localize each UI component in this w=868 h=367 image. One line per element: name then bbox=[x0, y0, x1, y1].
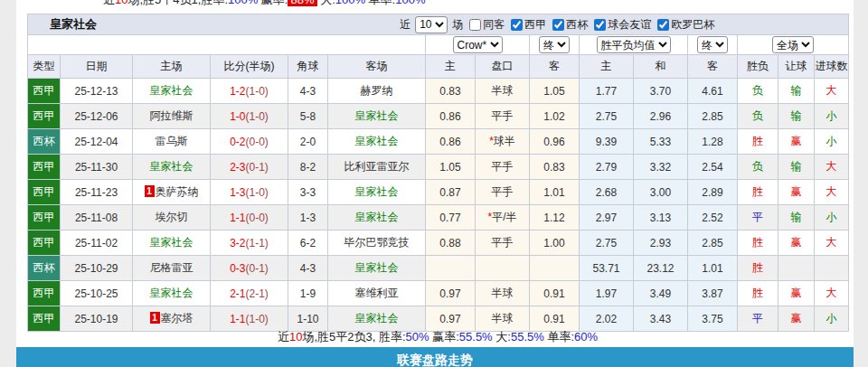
score: 1-1(0-0) bbox=[211, 205, 288, 231]
score: 1-0(1-0) bbox=[211, 104, 288, 129]
asian-away-odds: 1.01 bbox=[530, 180, 580, 205]
euro-time-select[interactable]: 终 bbox=[697, 36, 728, 53]
euro-away-odds: 4.61 bbox=[688, 79, 738, 104]
handicap-result: 赢 bbox=[778, 306, 815, 332]
match-date: 25-11-30 bbox=[61, 155, 133, 180]
league-filter-laliga[interactable]: 西甲 bbox=[507, 17, 546, 33]
handicap-result: 输 bbox=[778, 79, 815, 104]
laliga-label: 西甲 bbox=[524, 17, 546, 33]
column-header-row: 类型 日期 主场 比分(半场) 角球 客场 主 盘口 客 主 和 客 胜负 让球… bbox=[28, 55, 849, 79]
col-date: 日期 bbox=[61, 55, 133, 79]
euro-draw-odds: 2.96 bbox=[634, 104, 688, 129]
match-result: 胜 bbox=[738, 180, 778, 205]
match-date: 25-10-29 bbox=[61, 256, 133, 281]
asian-handicap-line: 半球 bbox=[476, 281, 530, 306]
euro-home-odds: 53.71 bbox=[580, 256, 634, 281]
league-type-badge: 西杯 bbox=[28, 256, 61, 281]
panel-header-band: 皇家社会 近 10 场 同客 bbox=[28, 14, 849, 35]
league-type-badge: 西甲 bbox=[28, 79, 61, 104]
league-type-badge: 西甲 bbox=[28, 306, 61, 332]
league-filter-friendly[interactable]: 球会友谊 bbox=[590, 17, 651, 33]
panel-team-name: 皇家社会 bbox=[50, 16, 97, 33]
asian-home-odds: 0.87 bbox=[426, 180, 476, 205]
asian-away-odds: 0.96 bbox=[530, 129, 580, 155]
laliga-checkbox[interactable] bbox=[511, 19, 523, 31]
goals-result: 大 bbox=[815, 281, 849, 306]
goals-result: 大 bbox=[815, 231, 849, 256]
match-date: 25-10-19 bbox=[61, 306, 133, 332]
controls-spacer bbox=[28, 35, 426, 55]
league-type-badge: 西甲 bbox=[28, 104, 61, 129]
friendly-checkbox[interactable] bbox=[594, 19, 606, 31]
score: 2-1(2-1) bbox=[211, 281, 288, 306]
home-team: 1塞尔塔 bbox=[133, 306, 211, 332]
asian-home-odds: 0.88 bbox=[426, 231, 476, 256]
match-result: 胜 bbox=[738, 129, 778, 155]
col-handicap: 盘口 bbox=[476, 55, 530, 79]
match-date: 25-12-04 bbox=[61, 129, 133, 155]
table-row: 西甲 25-12-13 皇家社会 1-2(1-0) 4-3 赫罗纳 0.83 半… bbox=[28, 79, 849, 104]
asian-home-odds: 0.97 bbox=[426, 306, 476, 332]
col-type: 类型 bbox=[28, 55, 61, 79]
away-team: 毕尔巴鄂竞技 bbox=[328, 231, 426, 256]
asian-handicap-line: *球半 bbox=[476, 129, 530, 155]
away-team: 赫罗纳 bbox=[328, 79, 426, 104]
matches-tbody: 西甲 25-12-13 皇家社会 1-2(1-0) 4-3 赫罗纳 0.83 半… bbox=[28, 79, 849, 332]
col-result: 胜负 bbox=[738, 55, 778, 79]
euro-draw-odds: 3.43 bbox=[634, 306, 688, 332]
bookmaker-select[interactable]: Crow* bbox=[453, 36, 503, 53]
league-filter-copa[interactable]: 西杯 bbox=[549, 17, 588, 33]
score: 0-3(0-1) bbox=[211, 256, 288, 281]
asian-home-odds: 0.86 bbox=[426, 129, 476, 155]
home-team: 雷乌斯 bbox=[133, 129, 211, 155]
match-date: 25-11-02 bbox=[61, 231, 133, 256]
home-team: 1奥萨苏纳 bbox=[133, 180, 211, 205]
score: 1-3(1-0) bbox=[211, 180, 288, 205]
asian-away-odds: 0.91 bbox=[530, 306, 580, 332]
same-venue-label: 同客 bbox=[483, 17, 505, 33]
home-team: 皇家社会 bbox=[133, 231, 211, 256]
score: 0-2(0-0) bbox=[211, 129, 288, 155]
match-date: 25-10-25 bbox=[61, 281, 133, 306]
same-venue-checkbox[interactable] bbox=[469, 19, 481, 31]
table-row: 西杯 25-10-29 尼格雷亚 0-3(0-1) 4-3 皇家社会 53.71… bbox=[28, 256, 849, 281]
match-result: 平 bbox=[738, 306, 778, 332]
asian-time-select[interactable]: 终 bbox=[539, 36, 570, 53]
euro-away-odds: 2.54 bbox=[688, 155, 738, 180]
col-asian-home: 主 bbox=[426, 55, 476, 79]
col-handicap-result: 让球 bbox=[778, 55, 815, 79]
scope-select[interactable]: 全场 bbox=[772, 36, 814, 53]
copa-label: 西杯 bbox=[566, 17, 588, 33]
euro-draw-odds: 5.33 bbox=[634, 129, 688, 155]
league-trend-title: 联赛盘路走势 bbox=[397, 353, 473, 367]
league-type-badge: 西甲 bbox=[28, 205, 61, 231]
league-type-badge: 西杯 bbox=[28, 129, 61, 155]
euro-draw-odds: 3.32 bbox=[634, 155, 688, 180]
recent-count-select[interactable]: 10 bbox=[415, 16, 448, 33]
copa-checkbox[interactable] bbox=[552, 19, 564, 31]
euro-home-odds: 2.02 bbox=[580, 306, 634, 332]
euro-source-select[interactable]: 胜平负均值 bbox=[597, 36, 671, 53]
same-venue-filter[interactable]: 同客 bbox=[466, 17, 505, 33]
handicap-result bbox=[778, 256, 815, 281]
goals-result: 大 bbox=[815, 155, 849, 180]
europa-checkbox[interactable] bbox=[657, 19, 669, 31]
asian-home-odds: 0.77 bbox=[426, 205, 476, 231]
match-result: 负 bbox=[738, 104, 778, 129]
top-stats-line: 近10场,胜5平4负1,胜率:100% 赢率:88% 大:100% 单率:100… bbox=[103, 0, 425, 8]
match-result: 胜 bbox=[738, 231, 778, 256]
asian-handicap-line: *平/半 bbox=[476, 205, 530, 231]
league-filter-europa[interactable]: 欧罗巴杯 bbox=[654, 17, 714, 33]
goals-result bbox=[815, 256, 849, 281]
score: 1-2(1-0) bbox=[211, 79, 288, 104]
euro-home-odds: 1.97 bbox=[580, 281, 634, 306]
corners: 8-2 bbox=[288, 155, 328, 180]
away-team: 皇家社会 bbox=[328, 205, 426, 231]
home-team: 皇家社会 bbox=[133, 79, 211, 104]
col-goals: 进球数 bbox=[815, 55, 849, 79]
corners: 6-2 bbox=[288, 231, 328, 256]
away-team: 皇家社会 bbox=[328, 256, 426, 281]
asian-home-odds: 0.86 bbox=[426, 104, 476, 129]
euro-home-odds: 2.68 bbox=[580, 180, 634, 205]
filter-bar: 近 10 场 同客 西甲 bbox=[400, 16, 714, 33]
